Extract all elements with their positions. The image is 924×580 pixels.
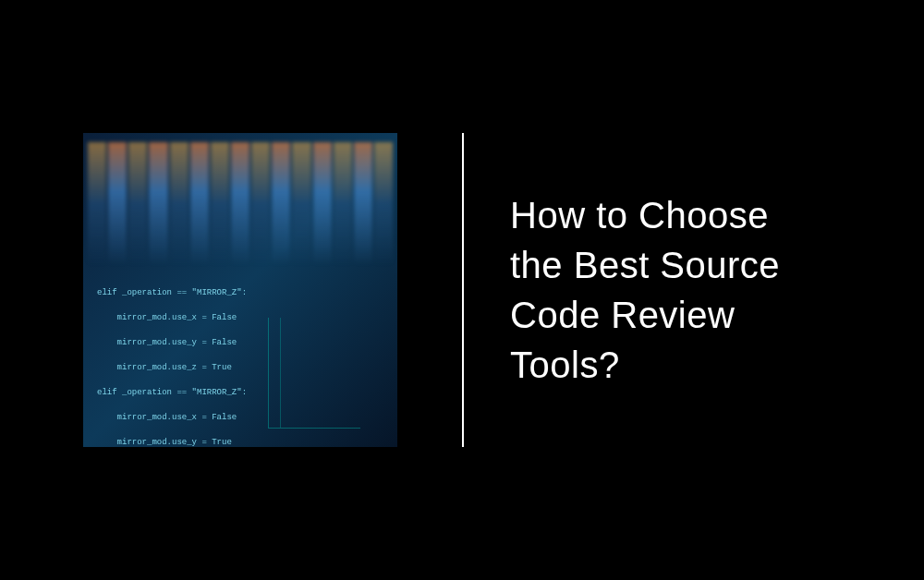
code-line: mirror_mod.use_x = False (97, 412, 393, 425)
code-line: mirror_mod.use_z = True (97, 362, 393, 375)
code-line: mirror_mod.use_y = False (97, 337, 393, 350)
code-snippet: elif _operation == "MIRROR_Z": mirror_mo… (97, 274, 393, 447)
code-image: elif _operation == "MIRROR_Z": mirror_mo… (83, 133, 397, 447)
code-line: elif _operation == "MIRROR_Z": (97, 387, 393, 400)
decorative-bars (83, 133, 397, 274)
text-section: How to Choose the Best Source Code Revie… (510, 190, 869, 390)
article-title: How to Choose the Best Source Code Revie… (510, 190, 832, 390)
code-line: mirror_mod.use_x = False (97, 312, 393, 325)
code-line: mirror_mod.use_y = True (97, 437, 393, 448)
code-line: elif _operation == "MIRROR_Z": (97, 287, 393, 300)
banner-container: elif _operation == "MIRROR_Z": mirror_mo… (0, 0, 924, 580)
vertical-divider (462, 133, 464, 447)
